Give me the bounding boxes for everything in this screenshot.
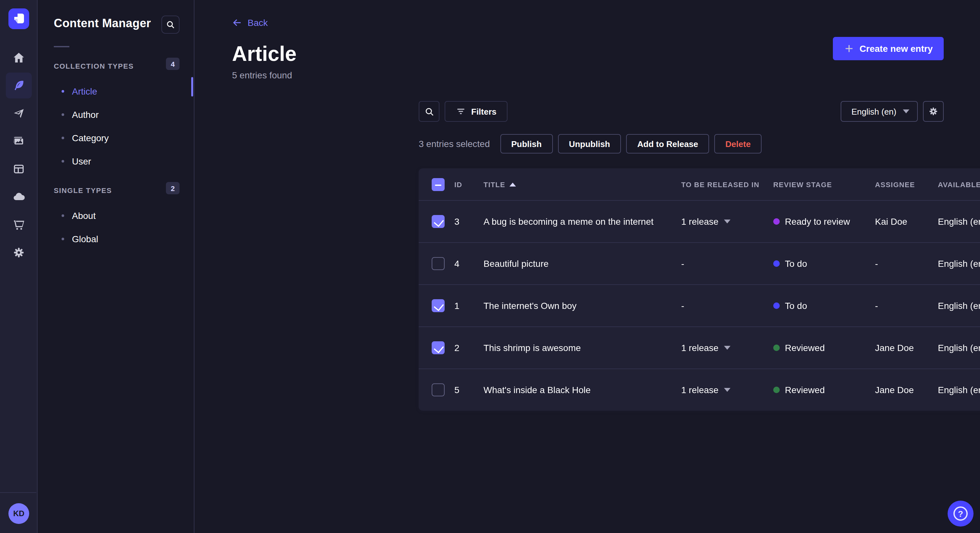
row-locale-dropdown[interactable]: English (en) (default) <box>938 216 980 227</box>
question-mark-icon: ? <box>953 506 968 521</box>
subnav-scrollbar[interactable] <box>191 77 193 97</box>
view-settings-button[interactable] <box>923 101 944 122</box>
search-icon <box>424 106 434 116</box>
cloud-icon[interactable] <box>5 184 32 210</box>
row-assignee: - <box>875 259 938 269</box>
column-header-id[interactable]: ID <box>454 180 484 188</box>
publish-button[interactable]: Publish <box>500 134 552 154</box>
strapi-logo-mark-fold <box>14 19 18 23</box>
stage-dot <box>773 303 780 309</box>
sort-ascending-icon <box>509 182 515 186</box>
add-to-release-button[interactable]: Add to Release <box>626 134 709 154</box>
create-new-entry-button[interactable]: Create new entry <box>833 37 944 60</box>
locale-select[interactable]: English (en) <box>840 101 918 122</box>
row-checkbox[interactable] <box>432 257 445 270</box>
table-row[interactable]: 4 Beautiful picture - To do - English (e… <box>419 242 980 284</box>
row-id: 4 <box>454 259 484 269</box>
rail-divider <box>0 492 36 493</box>
row-locale-dropdown[interactable]: English (en) (default) <box>938 385 980 395</box>
table-row[interactable]: 3 A bug is becoming a meme on the intern… <box>419 200 980 242</box>
chevron-down-icon <box>724 388 730 392</box>
row-locale-dropdown[interactable]: English (en) (default) <box>938 300 980 311</box>
row-id: 5 <box>454 385 484 395</box>
row-review-stage: To do <box>773 300 875 311</box>
strapi-admin-app: KD Content Manager COLLECTION TYPES 4 Ar… <box>0 0 980 533</box>
table-header-row: ID TITLE TO BE RELEASED IN REVIEW STAGE … <box>419 168 980 200</box>
row-release-dropdown[interactable]: 1 release <box>681 385 773 395</box>
content-type-builder-icon[interactable] <box>5 156 32 182</box>
toolbar: Filters English (en) <box>419 101 944 122</box>
bullet-icon <box>62 238 64 240</box>
paper-plane-icon[interactable] <box>5 100 32 126</box>
column-header-assignee[interactable]: ASSIGNEE <box>875 180 938 188</box>
selection-count: 3 entries selected <box>419 139 490 149</box>
row-release-dropdown[interactable]: 1 release <box>681 216 773 227</box>
cart-marketplace-icon[interactable] <box>5 212 32 238</box>
unpublish-button[interactable]: Unpublish <box>558 134 621 154</box>
row-locale-dropdown[interactable]: English (en) (default) <box>938 343 980 353</box>
gear-settings-icon[interactable] <box>5 240 32 265</box>
subnav-search-button[interactable] <box>161 16 180 34</box>
plus-icon <box>844 43 854 54</box>
single-types-label: SINGLE TYPES <box>54 187 112 194</box>
row-locale-dropdown[interactable]: English (en) (default) <box>938 259 980 269</box>
row-id: 1 <box>454 300 484 311</box>
subnav-divider <box>54 46 69 47</box>
collection-types-section: COLLECTION TYPES 4 Article Author Catego… <box>38 59 194 173</box>
sidebar-item-global[interactable]: Global <box>38 227 194 251</box>
sidebar-item-category[interactable]: Category <box>38 126 194 150</box>
bullet-icon <box>62 160 64 163</box>
row-review-stage: Ready to review <box>773 216 875 227</box>
select-all-checkbox[interactable] <box>432 178 445 191</box>
sidebar-item-about[interactable]: About <box>38 204 194 227</box>
sidebar-item-user[interactable]: User <box>38 150 194 173</box>
main-content: Back Article 5 entries found Create new … <box>195 0 980 533</box>
arrow-left-icon <box>232 17 242 28</box>
search-button[interactable] <box>419 101 439 122</box>
column-header-release[interactable]: TO BE RELEASED IN <box>681 180 773 188</box>
row-assignee: Kai Doe <box>875 216 938 227</box>
column-header-title[interactable]: TITLE <box>484 180 681 188</box>
sidebar-item-author[interactable]: Author <box>38 103 194 126</box>
filters-button[interactable]: Filters <box>445 101 508 122</box>
strapi-logo[interactable] <box>8 8 29 29</box>
row-release-dropdown[interactable]: 1 release <box>681 343 773 353</box>
row-assignee: Jane Doe <box>875 385 938 395</box>
back-link[interactable]: Back <box>232 17 268 28</box>
home-icon[interactable] <box>5 45 32 71</box>
sidebar-item-article[interactable]: Article <box>38 80 194 103</box>
gear-icon <box>928 106 939 117</box>
column-header-stage[interactable]: REVIEW STAGE <box>773 180 875 188</box>
row-id: 3 <box>454 216 484 227</box>
stage-dot <box>773 344 780 351</box>
selection-bar: 3 entries selected Publish Unpublish Add… <box>419 134 762 154</box>
stage-dot <box>773 387 780 393</box>
column-header-available[interactable]: AVAILABLE IN <box>938 180 980 188</box>
bullet-icon <box>62 90 64 93</box>
strapi-logo-mark <box>14 14 24 23</box>
row-assignee: - <box>875 300 938 311</box>
bullet-icon <box>62 113 64 116</box>
help-button[interactable]: ? <box>948 501 974 527</box>
single-types-count-badge: 2 <box>166 182 180 194</box>
table-row[interactable]: 5 What's inside a Black Hole 1 release R… <box>419 368 980 411</box>
row-review-stage: Reviewed <box>773 343 875 353</box>
user-avatar[interactable]: KD <box>8 503 29 524</box>
row-checkbox[interactable] <box>432 383 445 397</box>
table-row[interactable]: 1 The internet's Own boy - To do - Engli… <box>419 284 980 327</box>
chevron-down-icon <box>724 219 730 224</box>
delete-button[interactable]: Delete <box>714 134 762 154</box>
content-manager-icon[interactable] <box>5 73 32 98</box>
row-release: - <box>681 259 773 269</box>
row-checkbox[interactable] <box>432 341 445 354</box>
row-checkbox[interactable] <box>432 215 445 228</box>
row-checkbox[interactable] <box>432 299 445 312</box>
bullet-icon <box>62 136 64 139</box>
row-assignee: Jane Doe <box>875 343 938 353</box>
row-title: A bug is becoming a meme on the internet <box>484 216 681 227</box>
filter-icon <box>456 106 466 117</box>
chevron-down-icon <box>724 346 730 350</box>
single-types-section: SINGLE TYPES 2 About Global <box>38 183 194 251</box>
table-row[interactable]: 2 This shrimp is awesome 1 release Revie… <box>419 327 980 368</box>
media-library-icon[interactable] <box>5 128 32 154</box>
